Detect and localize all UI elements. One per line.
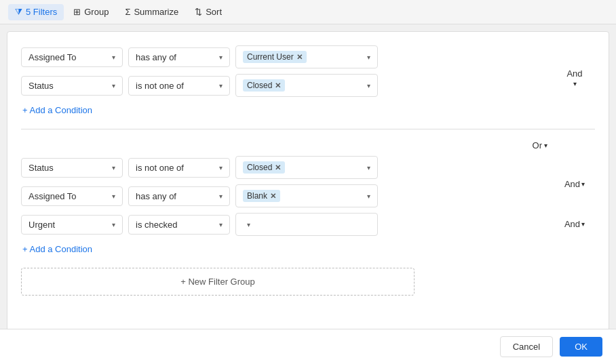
chevron-down-icon: ▾ [581,220,585,228]
operator-is-not-one-1[interactable]: is not one of ▾ [128,76,230,96]
and-connector-group2: And ▾ And ▾ [554,156,595,229]
tag-close-icon[interactable]: ✕ [275,163,281,172]
field-status-1[interactable]: Status ▾ [21,76,123,96]
field-urgent[interactable]: Urgent ▾ [21,215,123,235]
and-label: And [564,179,580,189]
chevron-down-icon: ▾ [581,180,585,188]
and-label: And [564,219,580,229]
filter-row: Status ▾ is not one of ▾ Closed [21,74,549,97]
sort-label: Sort [206,7,222,17]
filter-row: Urgent ▾ is checked ▾ ▾ [21,213,549,236]
tag-closed-2: Closed ✕ [243,161,285,174]
and-label: And [566,68,582,79]
value-select-status-2[interactable]: Closed ✕ ▾ [235,156,378,179]
tag-close-icon[interactable]: ✕ [296,53,303,62]
value-select-blank[interactable]: Blank ✕ ▾ [235,184,378,207]
operator-label: has any of [136,52,176,62]
chevron-down-icon: ▾ [112,221,115,228]
chevron-down-icon: ▾ [112,54,115,61]
or-connector-label[interactable]: Or ▾ [533,140,547,150]
tag-close-icon[interactable]: ✕ [275,81,281,90]
ok-button[interactable]: OK [560,337,602,357]
tag-current-user: Current User ✕ [243,51,307,63]
filter-icon: ⧩ [15,7,22,18]
field-label: Status [28,81,54,91]
value-tags-status-1: Closed ✕ [243,79,363,92]
cancel-button[interactable]: Cancel [500,336,553,357]
field-label: Urgent [28,220,55,230]
chevron-down-icon: ▾ [112,82,115,89]
tag-label: Blank [247,191,267,201]
field-assigned-to-2[interactable]: Assigned To ▾ [21,186,123,206]
tag-label: Closed [247,163,272,172]
value-select-status-1[interactable]: Closed ✕ ▾ [235,74,378,97]
filter-group-1: Assigned To ▾ has any of ▾ Current U [21,45,595,115]
value-tags-1: Current User ✕ [243,51,363,63]
and-row-connector-1[interactable]: And ▾ [564,179,585,189]
and-connector-group1: And ▾ [554,45,595,87]
chevron-down-icon: ▾ [544,142,547,149]
filter-row: Assigned To ▾ has any of ▾ Current U [21,45,549,68]
chevron-down-icon: ▾ [367,82,370,89]
filter-row: Status ▾ is not one of ▾ Closed [21,156,549,179]
value-select-1[interactable]: Current User ✕ ▾ [235,45,378,68]
operator-is-checked[interactable]: is checked ▾ [128,215,230,235]
or-label: Or [533,140,542,150]
and-row-connector-2[interactable]: And ▾ [564,219,585,229]
field-status-2[interactable]: Status ▾ [21,158,123,178]
tag-blank: Blank ✕ [243,190,280,202]
chevron-down-icon: ▾ [573,80,577,87]
field-label: Status [28,163,54,173]
filters-label: 5 Filters [26,7,57,17]
operator-has-any-of-1[interactable]: has any of ▾ [128,47,230,67]
footer-spacer [21,296,595,331]
field-label: Assigned To [28,52,77,62]
chevron-down-icon: ▾ [367,193,370,200]
chevron-down-icon: ▾ [247,221,250,228]
chevron-down-icon: ▾ [219,193,223,200]
chevron-down-icon: ▾ [219,164,223,171]
value-tags-blank: Blank ✕ [243,190,363,202]
operator-has-any-of-2[interactable]: has any of ▾ [128,186,230,206]
filter-row: Assigned To ▾ has any of ▾ Blank [21,184,549,207]
group-icon: ⊞ [73,7,81,17]
tag-close-icon[interactable]: ✕ [270,192,276,201]
or-between-groups: Or ▾ [21,140,595,150]
add-condition-2[interactable]: + Add a Condition [22,244,92,254]
group-separator [21,129,595,129]
sort-icon: ⇅ [195,7,202,17]
operator-label: is checked [136,220,177,230]
chevron-down-icon: ▾ [367,164,370,171]
chevron-down-icon: ▾ [112,193,115,200]
operator-label: has any of [136,191,176,201]
footer: Cancel OK [0,329,616,364]
chevron-down-icon: ▾ [219,54,223,61]
operator-label: is not one of [136,81,184,91]
add-condition-1[interactable]: + Add a Condition [22,105,92,115]
new-filter-group-button[interactable]: + New Filter Group [21,268,415,296]
groups-wrapper: Assigned To ▾ has any of ▾ Current U [21,45,595,296]
sort-button[interactable]: ⇅ Sort [188,4,229,20]
summarize-label: Summarize [134,7,178,17]
operator-is-not-one-2[interactable]: is not one of ▾ [128,158,230,178]
value-tags-status-2: Closed ✕ [243,161,363,174]
tag-closed-1: Closed ✕ [243,79,285,92]
chevron-down-icon: ▾ [219,221,223,228]
field-assigned-to-1[interactable]: Assigned To ▾ [21,47,123,67]
value-select-checked[interactable]: ▾ [235,213,378,236]
filters-button[interactable]: ⧩ 5 Filters [8,4,64,20]
chevron-down-icon: ▾ [112,164,115,171]
summarize-button[interactable]: Σ Summarize [118,4,185,20]
field-label: Assigned To [28,191,77,201]
operator-label: is not one of [136,163,184,173]
tag-label: Current User [247,52,294,62]
summarize-icon: Σ [125,7,130,17]
chevron-down-icon: ▾ [367,54,370,61]
toolbar: ⧩ 5 Filters ⊞ Group Σ Summarize ⇅ Sort [0,0,616,24]
group-label: Group [84,7,109,17]
group-button[interactable]: ⊞ Group [66,4,115,20]
tag-label: Closed [247,81,272,90]
chevron-down-icon: ▾ [219,82,223,89]
filter-group-2: Status ▾ is not one of ▾ Closed [21,156,595,254]
filter-dialog: Assigned To ▾ has any of ▾ Current U [7,31,609,357]
